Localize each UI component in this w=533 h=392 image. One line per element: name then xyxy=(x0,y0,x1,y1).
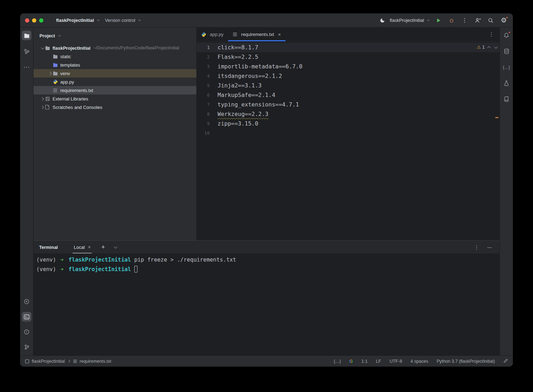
inspections-widget[interactable]: ⚠ 1 xyxy=(477,43,497,52)
fullscreen-window-button[interactable] xyxy=(39,18,43,23)
left-strip-bottom xyxy=(22,297,31,352)
notifications-button[interactable] xyxy=(502,31,511,40)
titlebar-actions: flaskProjectInitial ⋮ ⚙ xyxy=(378,16,508,25)
project-tool-button[interactable] xyxy=(22,31,31,40)
library-icon xyxy=(45,97,53,101)
run-button[interactable] xyxy=(434,16,443,25)
terminal-line: (venv)➜flaskProjectInitial xyxy=(36,265,500,274)
problems-tool-button[interactable] xyxy=(22,327,31,337)
line-number: 6 xyxy=(197,90,213,100)
terminal-output[interactable]: (venv)➜flaskProjectInitialpip freeze > .… xyxy=(33,253,500,355)
close-terminal-tab-icon[interactable]: × xyxy=(88,244,91,250)
version-control-tool-button[interactable] xyxy=(22,342,31,352)
database-tool-button[interactable] xyxy=(502,47,511,56)
terminal-tab-dropdown-button[interactable] xyxy=(111,246,118,249)
chevron-right-icon xyxy=(48,72,52,75)
terminal-options-kebab-icon[interactable]: ⋮ xyxy=(474,244,479,251)
chevron-right-icon xyxy=(41,105,44,109)
minimize-terminal-button[interactable]: — xyxy=(487,245,492,250)
tree-row-templates[interactable]: templates xyxy=(33,61,196,69)
templates-folder-icon xyxy=(53,63,60,67)
caret-position-widget[interactable]: 1:1 xyxy=(361,359,367,364)
line-number: 7 xyxy=(197,100,213,109)
tree-item-label: requirements.txt xyxy=(60,88,93,93)
text-file-icon xyxy=(53,88,60,92)
tab-requirements-txt[interactable]: requirements.txt × xyxy=(228,27,286,41)
documentation-tool-button[interactable] xyxy=(502,94,511,104)
tree-item-label: app.py xyxy=(60,79,74,85)
tree-row-app-py[interactable]: app.py xyxy=(33,78,196,86)
line-number: 9 xyxy=(197,119,213,128)
ai-assistant-tool-button[interactable]: {…} xyxy=(502,62,511,72)
settings-button[interactable]: ⚙ xyxy=(500,16,508,25)
debug-bug-button[interactable] xyxy=(447,16,456,25)
line-number: 4 xyxy=(197,71,213,81)
tree-row-scratches[interactable]: Scratches and Consoles xyxy=(33,103,196,111)
line-number: 2 xyxy=(197,52,213,62)
python-file-icon xyxy=(201,32,207,37)
line-number: 5 xyxy=(197,81,213,90)
tree-row-static[interactable]: static xyxy=(33,52,196,61)
tree-item-label: static xyxy=(60,54,71,59)
minimize-window-button[interactable] xyxy=(32,18,36,23)
breadcrumb-file[interactable]: requirements.txt xyxy=(73,359,111,364)
structure-tool-button[interactable] xyxy=(22,47,31,56)
tab-app-py[interactable]: app.py xyxy=(197,27,228,41)
chevron-down-icon xyxy=(138,19,141,21)
braces-indicator[interactable]: {…} xyxy=(334,359,341,364)
tree-item-label: External Libraries xyxy=(53,96,88,102)
close-tab-icon[interactable]: × xyxy=(278,31,281,37)
code-line: 3 importlib-metadata==6.7.0 xyxy=(197,62,500,71)
line-number: 8 xyxy=(197,109,213,119)
center-column: Project flaskProjectInitial ~/Documents/… xyxy=(33,27,500,355)
kebab-icon: ⋮ xyxy=(462,17,467,24)
new-terminal-tab-button[interactable]: + xyxy=(99,244,106,251)
version-control-menu[interactable]: Version control xyxy=(102,16,143,25)
scratch-file-icon xyxy=(45,105,53,110)
terminal-tool-window: Terminal Local × + ⋮ — (venv)➜flaskProje… xyxy=(33,240,500,355)
python-packages-tool-button[interactable] xyxy=(502,78,511,88)
encoding-widget[interactable]: UTF-8 xyxy=(390,359,402,364)
tab-label: requirements.txt xyxy=(241,32,274,37)
previous-problem-chevron-icon[interactable] xyxy=(487,46,491,50)
close-window-button[interactable] xyxy=(25,18,29,23)
terminal-tab-local[interactable]: Local × xyxy=(73,241,92,253)
tree-item-label: Scratches and Consoles xyxy=(53,105,102,110)
navigation-breadcrumb: flaskProjectInitial requirements.txt xyxy=(25,359,111,364)
code-line: 9 zipp==3.15.0 xyxy=(197,119,500,128)
line-number: 3 xyxy=(197,62,213,71)
folder-icon xyxy=(53,71,60,75)
tree-row-requirements-txt[interactable]: requirements.txt xyxy=(33,86,196,94)
search-everywhere-button[interactable] xyxy=(486,16,495,25)
services-tool-button[interactable] xyxy=(22,297,31,306)
project-menu[interactable]: flaskProjectInitial xyxy=(53,16,102,25)
terminal-header: Terminal Local × + ⋮ — xyxy=(33,241,500,253)
tree-row-venv[interactable]: venv xyxy=(33,69,196,78)
breadcrumb-project[interactable]: flaskProjectInitial xyxy=(25,359,65,364)
warning-stripe-mark[interactable] xyxy=(495,117,498,118)
tab-label: app.py xyxy=(210,32,223,37)
main-area: ⋯ xyxy=(20,27,513,355)
run-config-selector[interactable]: flaskProjectInitial xyxy=(378,16,429,25)
code-with-me-button[interactable] xyxy=(473,16,482,25)
google-icon[interactable]: G xyxy=(349,359,353,364)
code-line: 10 xyxy=(197,128,500,138)
terminal-tool-button[interactable] xyxy=(22,312,31,321)
project-root-label: flaskProjectInitial xyxy=(53,45,91,51)
project-panel-header[interactable]: Project xyxy=(33,27,196,44)
indent-widget[interactable]: 4 spaces xyxy=(411,359,428,364)
project-icon xyxy=(25,359,29,363)
folder-icon xyxy=(45,46,53,50)
editor-options-kebab-icon[interactable]: ⋮ xyxy=(489,31,494,38)
more-actions-button[interactable]: ⋮ xyxy=(460,16,469,25)
line-separator-widget[interactable]: LF xyxy=(376,359,381,364)
more-tool-windows-button[interactable]: ⋯ xyxy=(22,62,31,72)
tree-row-project-root[interactable]: flaskProjectInitial ~/Documents/PythonCo… xyxy=(33,44,196,52)
write-access-icon[interactable] xyxy=(503,359,508,364)
code-editor[interactable]: 1 click==8.1.7 2 Flask==2.2.5 3 importli… xyxy=(197,42,500,240)
python-interpreter-widget[interactable]: Python 3.7 (flaskProjectInitial) xyxy=(437,359,495,364)
code-line: 1 click==8.1.7 xyxy=(197,43,500,52)
tree-row-external-libraries[interactable]: External Libraries xyxy=(33,94,196,103)
project-root-path: ~/Documents/PythonCode/flaskProjectIniti… xyxy=(93,45,179,50)
chevron-down-icon xyxy=(58,34,61,36)
